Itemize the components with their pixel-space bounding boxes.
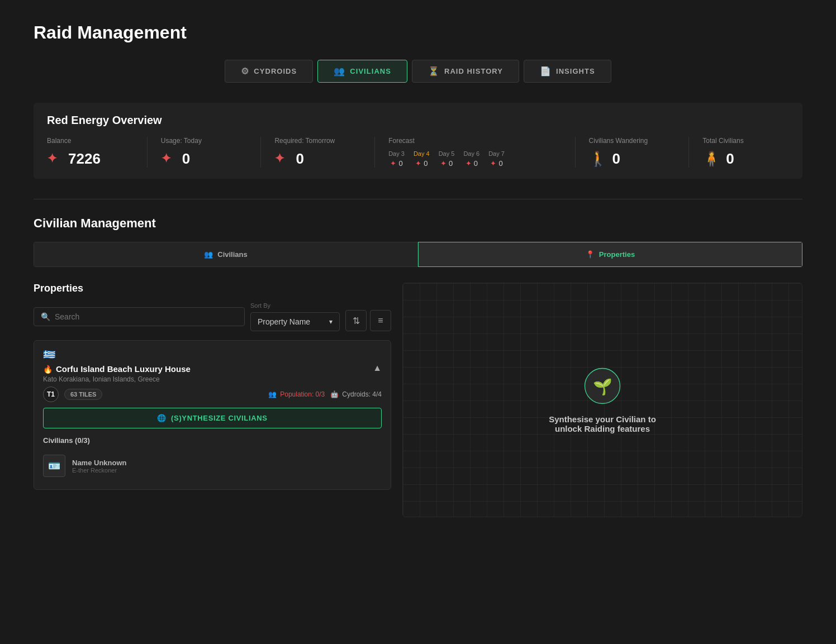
cydroids-stat: 🤖 Cydroids: 4/4 [330,390,382,398]
tiles-badge: 63 TILES [64,389,102,400]
civilian-avatar: 🪪 [43,455,65,477]
tab-cydroids[interactable]: ⚙ CYDROIDS [225,60,313,83]
forecast-day3-icon: ✦ [390,159,396,168]
sort-value: Property Name [258,317,310,326]
forecast-day-4: Day 4 ✦ 0 [414,150,430,168]
forecast-day7-label: Day 7 [488,150,505,157]
sort-order-button[interactable]: ⇅ [345,310,367,331]
tier-badge: T1 [43,387,59,402]
search-icon: 🔍 [41,312,50,321]
required-icon: ✦ [274,151,290,167]
tab-nav: ⚙ CYDROIDS 👥 CIVILIANS ⏳ RAID HISTORY 📄 … [34,60,802,83]
population-stat: 👥 Population: 0/3 [268,390,325,398]
civilians-list-title: Civilians (0/3) [43,436,382,445]
synthesize-icon: 🌐 [157,414,167,422]
required-card: Required: Tomorrow ✦ 0 [274,137,375,168]
cydroids-icon: 🤖 [330,390,339,398]
wandering-card: Civilians Wandering 🚶 0 [589,137,690,168]
chevron-down-icon: ▾ [329,318,332,326]
forecast-day-3: Day 3 ✦ 0 [388,150,405,168]
sub-tab-civilians[interactable]: 👥 Civilians [34,242,418,267]
usage-value-row: ✦ 0 [161,150,248,168]
forecast-day6-icon: ✦ [466,159,472,168]
forecast-day-7: Day 7 ✦ 0 [488,150,505,168]
raid-history-icon: ⏳ [428,66,440,77]
avatar-icon: 🪪 [48,460,60,472]
sort-by-label: Sort By [250,302,340,309]
cydroids-value: Cydroids: 4/4 [342,390,382,398]
property-card-header: 🔥 Corfu Island Beach Luxury House Kato K… [43,363,382,383]
forecast-day6-label: Day 6 [463,150,479,157]
forecast-day6-val: ✦ 0 [466,159,478,168]
person-icon: 🧍 [702,150,720,168]
total-civilians-value-row: 🧍 0 [702,150,789,168]
forecast-label: Forecast [388,137,561,145]
population-value: Population: 0/3 [280,390,325,398]
civilian-role: E-ther Reckoner [72,467,127,474]
forecast-day5-val: ✦ 0 [440,159,453,168]
forecast-day5-icon: ✦ [440,159,446,168]
civilian-info: Name Unknown E-ther Reckoner [72,459,127,474]
total-civilians-label: Total Civilians [702,137,789,145]
property-meta: T1 63 TILES 👥 Population: 0/3 🤖 Cydroids… [43,387,382,402]
synthesize-button[interactable]: 🌐 (S)YNTHESIZE CIVILIANS [43,408,382,428]
forecast-day4-icon: ✦ [415,159,421,168]
sub-tab-civilians-icon: 👥 [204,250,213,259]
fire-icon: 🔥 [43,365,53,374]
civilian-item: 🪪 Name Unknown E-ther Reckoner [43,450,382,481]
divider [34,199,802,199]
collapse-button[interactable]: ▲ [373,363,382,373]
usage-icon: ✦ [161,151,177,167]
sub-tab-properties[interactable]: 📍 Properties [418,242,802,267]
tab-insights-label: INSIGHTS [556,67,595,75]
wandering-value-row: 🚶 0 [589,150,676,168]
energy-overview: Red Energy Overview Balance ✦ 7226 Usage… [34,103,802,179]
balance-label: Balance [47,137,134,145]
forecast-day4-val: ✦ 0 [415,159,428,168]
tab-civilians[interactable]: 👥 CIVILIANS [317,60,407,83]
sub-tab-properties-icon: 📍 [586,250,595,259]
forecast-card: Forecast Day 3 ✦ 0 Day 4 ✦ 0 [388,137,575,168]
tab-raid-history[interactable]: ⏳ RAID HISTORY [412,60,519,83]
forecast-day-5: Day 5 ✦ 0 [439,150,455,168]
synthesize-civilian-icon: 🌱 [583,366,622,406]
energy-overview-title: Red Energy Overview [47,114,789,127]
sub-tab-civilians-label: Civilians [217,250,247,259]
tab-cydroids-label: CYDROIDS [254,67,297,75]
insights-icon: 📄 [540,66,552,77]
sort-arrows-icon: ⇅ [353,316,360,326]
property-card: 🇬🇷 🔥 Corfu Island Beach Luxury House Kat… [34,340,391,490]
balance-icon: ✦ [47,151,63,167]
properties-section-title: Properties [34,283,391,294]
balance-value: 7226 [68,150,101,168]
required-value: 0 [296,150,303,168]
tab-insights[interactable]: 📄 INSIGHTS [524,60,611,83]
walk-icon: 🚶 [589,150,607,168]
filter-button[interactable]: ≡ [370,310,391,331]
civilians-icon: 👥 [334,66,345,77]
tab-civilians-label: CIVILIANS [350,67,391,75]
right-panel: 🌱 Synthesise your Civilian to unlock Rai… [402,283,802,517]
usage-label: Usage: Today [161,137,248,145]
filter-icon: ≡ [378,316,383,326]
property-flag: 🇬🇷 [43,349,55,360]
balance-value-row: ✦ 7226 [47,150,134,168]
sort-dropdown[interactable]: Property Name ▾ [250,312,340,331]
forecast-day4-label: Day 4 [414,150,430,157]
svg-text:🌱: 🌱 [593,378,612,396]
required-value-row: ✦ 0 [274,150,361,168]
usage-card: Usage: Today ✦ 0 [161,137,262,168]
property-location: Kato Korakiana, Ionian Islands, Greece [43,375,191,383]
usage-value: 0 [182,150,190,168]
search-box[interactable]: 🔍 [34,307,245,326]
forecast-day3-label: Day 3 [388,150,405,157]
civilian-management-title: Civilian Management [34,216,802,231]
forecast-days: Day 3 ✦ 0 Day 4 ✦ 0 Day [388,150,561,168]
energy-row: Balance ✦ 7226 Usage: Today ✦ 0 Required… [47,137,789,168]
search-input[interactable] [55,312,238,321]
forecast-day5-label: Day 5 [439,150,455,157]
wandering-label: Civilians Wandering [589,137,676,145]
forecast-day7-val: ✦ 0 [490,159,502,168]
total-civilians-card: Total Civilians 🧍 0 [702,137,789,168]
population-icon: 👥 [268,390,277,398]
